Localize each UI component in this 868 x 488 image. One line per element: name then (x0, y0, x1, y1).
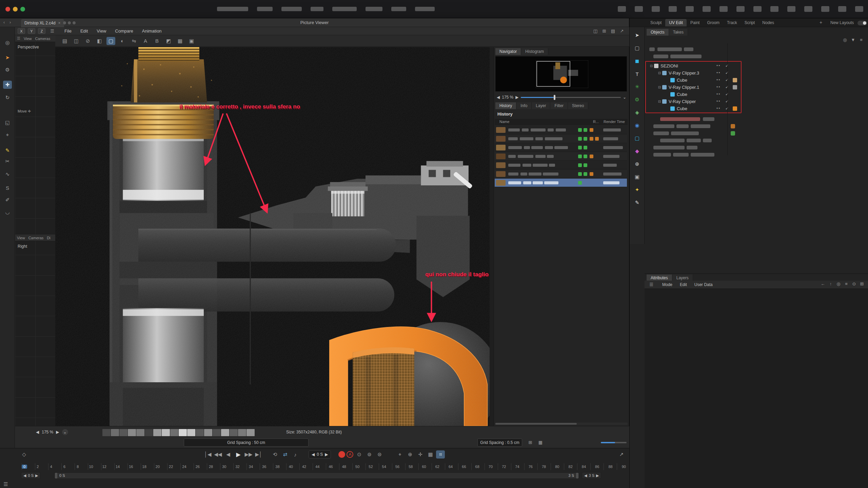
frame-tick[interactable]: 42 (301, 465, 307, 469)
filmstrip-thumb[interactable] (238, 429, 246, 436)
frame-tick[interactable]: 72 (501, 465, 507, 469)
range-start-stepper[interactable]: ◀ 0 S ▶ (21, 472, 40, 479)
zoom-in-icon[interactable]: ▶ (515, 95, 518, 100)
text-tool-icon[interactable]: T (633, 70, 642, 78)
layout-icon[interactable]: ⊞ (859, 281, 865, 287)
layout-list-icon[interactable]: ▦ (537, 439, 544, 445)
move-snap-icon[interactable]: ✛ (416, 450, 425, 459)
manager-menu-icon[interactable]: ≡ (858, 37, 865, 43)
contrast-icon[interactable]: ◐ (118, 37, 127, 45)
menu-item[interactable]: View (97, 28, 106, 34)
next-frame-button[interactable]: ▶▶ (244, 450, 253, 459)
detail-tab[interactable]: Stereo (568, 102, 588, 109)
frame-tick[interactable]: 74 (515, 465, 520, 469)
layout-grid-icon[interactable]: ⊞ (527, 439, 534, 445)
up-arrow-icon[interactable]: ↑ (827, 281, 834, 287)
move-tool-icon[interactable]: ✚ (3, 81, 12, 89)
pv-close-icon[interactable] (63, 21, 66, 24)
record-button[interactable] (338, 451, 345, 458)
frame-tick[interactable]: 66 (461, 465, 467, 469)
record-position-toggle[interactable]: ⊚ (365, 450, 374, 459)
folder-open-icon[interactable]: ▤ (60, 37, 69, 45)
filmstrip-thumb[interactable] (187, 429, 195, 436)
frame-tick[interactable]: 50 (355, 465, 360, 469)
zoom-in-icon[interactable]: ▶ (56, 430, 59, 434)
zoom-out-icon[interactable]: ◀ (497, 95, 500, 100)
frame-tick[interactable]: 82 (568, 465, 573, 469)
viewport-perspective[interactable]: ☰ View Cameras Perspective Move ✛ (15, 35, 55, 235)
new-window-icon[interactable]: ⊞ (601, 28, 608, 34)
search-icon[interactable]: ◎ (842, 37, 848, 43)
menu-item[interactable]: Compare (115, 28, 133, 34)
attr-menu-item[interactable]: Edit (680, 282, 687, 287)
filter-icon[interactable]: ▼ (850, 37, 856, 43)
panel-divider[interactable] (490, 47, 494, 426)
quantize-icon[interactable]: ▦ (426, 450, 435, 459)
layout-tab[interactable]: UV Edit (665, 19, 687, 26)
zoom-dropdown-icon[interactable]: ⌄ (623, 95, 626, 100)
column-name[interactable]: Name (499, 120, 509, 124)
frame-tick[interactable]: 2 (35, 465, 40, 469)
zoom-slider[interactable] (521, 97, 621, 98)
goto-end-button[interactable]: ▶│ (254, 450, 263, 459)
save-image-icon[interactable]: ◫ (72, 37, 81, 45)
history-row[interactable] (495, 161, 627, 169)
frame-ruler[interactable]: 0246810121416182022242628303234363840424… (22, 463, 627, 470)
settings-gear-icon[interactable]: ⚙ (3, 66, 12, 74)
layouts-toggle[interactable] (857, 21, 867, 25)
frame-tick[interactable]: 36 (261, 465, 267, 469)
history-row[interactable] (495, 126, 627, 134)
channel-a-button[interactable]: A (141, 37, 150, 45)
filmstrip-thumb[interactable] (153, 429, 161, 436)
column-render-time[interactable]: Render Time (604, 120, 625, 124)
axis-tool-icon[interactable]: ⌖ (3, 131, 12, 139)
filmstrip-thumb[interactable] (179, 429, 187, 436)
search-icon[interactable]: ◎ (835, 281, 842, 287)
history-back-icon[interactable]: ‹ (3, 20, 5, 25)
select-tool-icon[interactable]: ➤ (633, 31, 642, 39)
picture-viewer-titlebar[interactable]: ‹ › Dirtstop XL 2.c4d × Picture Viewer (0, 18, 629, 27)
filmstrip-thumb[interactable] (162, 429, 170, 436)
magnet-tool-icon[interactable]: ◡ (3, 208, 12, 216)
goto-start-button[interactable]: │◀ (203, 450, 212, 459)
frame-tick[interactable]: 32 (235, 465, 240, 469)
viewport-tab[interactable]: Cameras (35, 37, 51, 41)
history-row[interactable] (495, 170, 627, 178)
navigator-tab[interactable]: Navigator (495, 48, 521, 55)
range-dec-icon[interactable]: ◀ (584, 473, 587, 478)
frame-tick[interactable]: 28 (208, 465, 214, 469)
filmstrip-thumb[interactable] (213, 429, 221, 436)
filmstrip-thumb[interactable] (128, 429, 136, 436)
environment-icon[interactable]: ⊕ (633, 160, 642, 168)
range-dec-icon[interactable]: ◀ (23, 473, 26, 478)
zoom-preset-dropdown-icon[interactable]: ⌄ (62, 429, 68, 435)
frame-tick[interactable]: 22 (168, 465, 174, 469)
frame-tick[interactable]: 64 (448, 465, 453, 469)
viewport-tab[interactable]: Di (47, 236, 50, 240)
filmstrip-thumb[interactable] (170, 429, 178, 436)
layout-tab[interactable]: Paint (687, 19, 703, 26)
detach-icon[interactable]: ↗ (618, 28, 625, 34)
frame-tick[interactable]: 26 (195, 465, 200, 469)
keyframe-selection-icon[interactable]: ⊙ (355, 450, 363, 459)
workplane-icon[interactable]: ⊕ (406, 450, 414, 459)
close-tab-icon[interactable]: × (58, 21, 61, 25)
play-button[interactable]: ▶ (234, 450, 243, 459)
filmstrip-thumb[interactable] (221, 429, 229, 436)
frame-tick[interactable]: 40 (288, 465, 294, 469)
frame-tick[interactable]: 8 (75, 465, 80, 469)
filmstrip-thumb[interactable] (136, 429, 144, 436)
column-r[interactable]: R... (593, 120, 599, 124)
pen-icon[interactable]: ✎ (633, 199, 642, 207)
sound-toggle-icon[interactable]: ♪ (291, 450, 300, 459)
frame-tick[interactable]: 18 (142, 465, 147, 469)
filmstrip-thumb[interactable] (246, 429, 255, 436)
material-chip[interactable] (731, 131, 735, 136)
attribute-tab[interactable]: Attributes (647, 274, 672, 281)
frame-tick[interactable]: 76 (528, 465, 533, 469)
dock-zoom-slider[interactable] (601, 442, 627, 443)
frame-tick[interactable]: 86 (594, 465, 600, 469)
menu-hamburger-icon[interactable]: ☰ (49, 28, 56, 34)
frame-tick[interactable]: 88 (608, 465, 613, 469)
filmstrip-thumb[interactable] (230, 429, 238, 436)
